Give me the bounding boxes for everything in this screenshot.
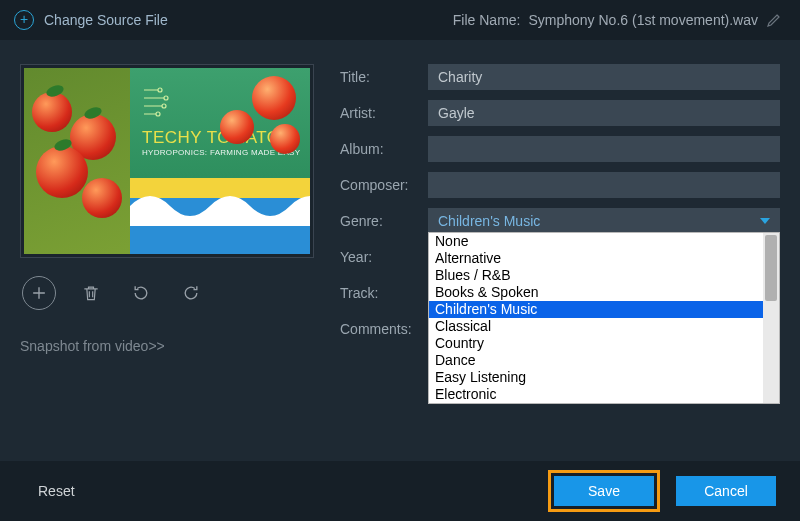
artwork-title: TECHY TOMATO [142, 128, 281, 148]
genre-option[interactable]: Country [429, 335, 763, 352]
genre-label: Genre: [340, 213, 428, 229]
artwork-thumbnail[interactable]: TECHY TOMATO HYDROPONICS: FARMING MADE E… [20, 64, 314, 258]
plus-circle-icon [14, 10, 34, 30]
snapshot-link[interactable]: Snapshot from video>> [20, 338, 165, 354]
delete-artwork-button[interactable] [76, 276, 106, 310]
composer-input[interactable] [428, 172, 780, 198]
year-label: Year: [340, 249, 428, 265]
title-input[interactable] [428, 64, 780, 90]
genre-option[interactable]: None [429, 233, 763, 250]
svg-point-1 [164, 96, 168, 100]
artist-input[interactable] [428, 100, 780, 126]
genre-option[interactable]: Easy Listening [429, 369, 763, 386]
scrollbar-thumb[interactable] [765, 235, 777, 301]
bottombar: Reset Save Cancel [0, 461, 800, 521]
title-label: Title: [340, 69, 428, 85]
add-artwork-button[interactable] [22, 276, 56, 310]
svg-point-3 [156, 112, 160, 116]
genre-dropdown[interactable]: NoneAlternativeBlues / R&BBooks & Spoken… [428, 232, 780, 404]
change-source-button[interactable]: Change Source File [14, 10, 168, 30]
reset-button[interactable]: Reset [24, 477, 89, 505]
cancel-button[interactable]: Cancel [676, 476, 776, 506]
genre-option[interactable]: Dance [429, 352, 763, 369]
change-source-label: Change Source File [44, 12, 168, 28]
save-highlight: Save [548, 470, 660, 512]
rotate-left-button[interactable] [126, 276, 156, 310]
album-input[interactable] [428, 136, 780, 162]
artwork-image: TECHY TOMATO HYDROPONICS: FARMING MADE E… [24, 68, 310, 254]
rotate-right-button[interactable] [176, 276, 206, 310]
metadata-form: Title: Artist: Album: Composer: Genre: C… [340, 64, 780, 354]
filename-label: File Name: [453, 12, 521, 28]
genre-select[interactable]: Children's Music [428, 208, 780, 234]
track-label: Track: [340, 285, 428, 301]
dropdown-scrollbar[interactable] [763, 233, 779, 403]
genre-option[interactable]: Classical [429, 318, 763, 335]
genre-option[interactable]: Alternative [429, 250, 763, 267]
topbar: Change Source File File Name: Symphony N… [0, 0, 800, 40]
genre-option[interactable]: Books & Spoken [429, 284, 763, 301]
filename-display: File Name: Symphony No.6 (1st movement).… [453, 12, 782, 28]
svg-point-2 [162, 104, 166, 108]
save-button[interactable]: Save [554, 476, 654, 506]
chevron-down-icon [760, 218, 770, 224]
pencil-icon[interactable] [766, 12, 782, 28]
genre-option[interactable]: Blues / R&B [429, 267, 763, 284]
genre-option[interactable]: Electronic [429, 386, 763, 403]
composer-label: Composer: [340, 177, 428, 193]
album-label: Album: [340, 141, 428, 157]
svg-point-0 [158, 88, 162, 92]
comments-label: Comments: [340, 321, 428, 337]
filename-value: Symphony No.6 (1st movement).wav [528, 12, 758, 28]
genre-value: Children's Music [438, 213, 540, 229]
artwork-toolbar [20, 258, 314, 310]
artist-label: Artist: [340, 105, 428, 121]
genre-option[interactable]: Children's Music [429, 301, 763, 318]
